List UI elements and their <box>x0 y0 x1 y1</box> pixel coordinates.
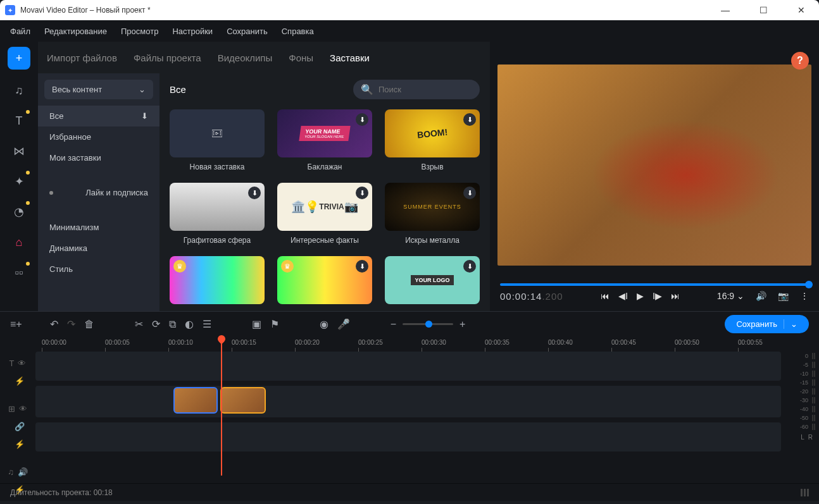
download-icon: ⬇ <box>141 111 148 121</box>
menu-edit[interactable]: Редактирование <box>44 27 107 36</box>
intro-trivia[interactable]: 🏛️💡TRIVIA📷⬇ Интересные факты <box>277 183 372 245</box>
add-track-icon[interactable]: ≡+ <box>10 319 22 330</box>
minimize-button[interactable]: — <box>713 5 738 15</box>
crop-icon[interactable]: ⧉ <box>169 319 176 330</box>
add-media-button[interactable]: + <box>8 47 30 70</box>
rotate-icon[interactable]: ⟳ <box>152 318 160 330</box>
playhead[interactable] <box>221 336 222 476</box>
intro-new[interactable]: Новая заставка <box>170 109 265 171</box>
dropdown-label: Весь контент <box>52 85 102 94</box>
play-icon[interactable]: ▶ <box>637 291 644 301</box>
delete-icon[interactable]: 🗑 <box>84 319 94 330</box>
zoom-slider[interactable] <box>403 323 453 325</box>
intro-explosion[interactable]: BOOM!⬇ Взрыв <box>385 109 480 171</box>
svg-rect-6 <box>220 134 221 135</box>
filter-all[interactable]: Все ⬇ <box>38 106 159 126</box>
video-clip-1[interactable] <box>173 387 218 414</box>
audio-icon[interactable]: ♫ <box>9 81 28 100</box>
preview-viewport[interactable] <box>497 65 811 266</box>
zoom-out-icon[interactable]: − <box>391 319 396 330</box>
visibility-icon[interactable]: 👁 <box>18 359 26 368</box>
intro-premium-1[interactable]: ♛ <box>170 256 265 304</box>
undo-icon[interactable]: ↶ <box>50 318 58 330</box>
overlay-icon[interactable]: ▣ <box>252 318 261 330</box>
filter-sidebar: Весь контент ⌄ Все ⬇ Избранное Мои заста… <box>38 73 159 311</box>
video-clip-2[interactable] <box>220 387 266 414</box>
zoom-in-icon[interactable]: + <box>460 319 465 330</box>
mic-icon[interactable]: 🎤 <box>337 318 350 330</box>
lock-icon[interactable]: ⚡ <box>15 439 25 449</box>
filter-minimalism[interactable]: Минимализм <box>38 217 159 238</box>
search-input[interactable] <box>378 85 485 94</box>
svg-rect-3 <box>213 134 214 135</box>
webcam-icon[interactable]: ◉ <box>320 318 328 330</box>
intro-label: Графитовая сфера <box>184 236 251 245</box>
marker-icon[interactable]: ⚑ <box>270 318 279 330</box>
tab-intros[interactable]: Заставки <box>330 52 370 63</box>
snapshot-icon[interactable]: 📷 <box>778 291 789 301</box>
adjust-icon[interactable]: ☰ <box>203 318 211 330</box>
intro-graphite[interactable]: ⬇ Графитовая сфера <box>170 183 265 245</box>
seek-slider[interactable] <box>500 283 809 286</box>
shop-icon[interactable]: ⌂ <box>9 233 28 252</box>
filter-favorites[interactable]: Избранное <box>38 126 159 147</box>
step-back-icon[interactable]: ◀Ⅰ <box>618 291 628 301</box>
stickers-icon[interactable]: ◔ <box>9 202 28 221</box>
playback-time: 00:00:14.200 <box>500 291 563 302</box>
step-forward-icon[interactable]: Ⅰ▶ <box>653 291 662 301</box>
filmstrip-icon <box>212 128 222 138</box>
mute-icon[interactable]: 🔊 <box>18 467 28 477</box>
download-icon: ⬇ <box>356 113 368 126</box>
tab-videoclips[interactable]: Видеоклипы <box>218 52 273 63</box>
tab-project-files[interactable]: Файлы проекта <box>134 52 201 63</box>
filter-dynamics[interactable]: Динамика <box>38 238 159 259</box>
menu-save[interactable]: Сохранить <box>227 27 268 36</box>
close-button[interactable]: ✕ <box>789 5 814 15</box>
tab-backgrounds[interactable]: Фоны <box>289 52 313 63</box>
zoom-control[interactable]: − + <box>391 319 466 330</box>
more-tools-icon[interactable]: ▫▫ <box>9 263 28 282</box>
audio-track-icon[interactable]: ♫ <box>8 467 14 477</box>
intro-eggplant[interactable]: YOUR NAMEYOUR SLOGAN HERE⬇ Баклажан <box>277 109 372 171</box>
content-filter-dropdown[interactable]: Весь контент ⌄ <box>44 80 153 99</box>
download-icon: ⬇ <box>463 187 476 199</box>
lock-icon[interactable]: ⚡ <box>15 376 25 386</box>
more-icon[interactable]: ⋮ <box>800 291 809 301</box>
volume-icon[interactable]: 🔊 <box>756 291 766 301</box>
intro-premium-2[interactable]: ♛⬇ <box>277 256 372 304</box>
menu-view[interactable]: Просмотр <box>121 27 158 36</box>
menu-settings[interactable]: Настройки <box>172 27 213 36</box>
video-track-icon[interactable]: ⊞ <box>8 404 15 414</box>
redo-icon[interactable]: ↷ <box>67 318 75 330</box>
titles-icon[interactable]: T <box>9 111 28 130</box>
filter-like-subscribe[interactable]: Лайк и подписка <box>38 182 159 203</box>
search-box[interactable]: 🔍 ✕ <box>353 80 480 99</box>
next-clip-icon[interactable]: ⏭ <box>671 291 680 301</box>
visibility-icon[interactable]: 👁 <box>19 404 27 414</box>
prev-clip-icon[interactable]: ⏮ <box>601 291 610 301</box>
view-mode-icon[interactable] <box>801 489 809 496</box>
maximize-button[interactable]: ☐ <box>751 5 776 15</box>
text-track-icon[interactable]: T <box>9 359 15 368</box>
text-track[interactable] <box>35 352 781 381</box>
tab-import[interactable]: Импорт файлов <box>47 52 117 63</box>
transitions-icon[interactable]: ⋈ <box>9 142 28 161</box>
effects-icon[interactable]: ✦ <box>9 172 28 191</box>
link-icon[interactable]: 🔗 <box>15 422 25 431</box>
menu-file[interactable]: Файл <box>10 27 30 36</box>
color-icon[interactable]: ◐ <box>185 318 194 330</box>
filter-my-intros[interactable]: Мои заставки <box>38 147 159 168</box>
aspect-ratio-selector[interactable]: 16:9 ⌄ <box>717 291 744 301</box>
intro-sparks[interactable]: SUMMER EVENTS⬇ Искры металла <box>385 183 480 245</box>
menu-help[interactable]: Справка <box>282 27 314 36</box>
cut-icon[interactable]: ✂ <box>135 318 143 330</box>
audio-track[interactable] <box>35 422 781 452</box>
timeline-ruler[interactable]: 00:00:00 00:00:05 00:00:10 00:00:15 00:0… <box>35 336 781 352</box>
help-button[interactable]: ? <box>791 52 809 70</box>
intro-your-logo[interactable]: YOUR LOGO⬇ <box>385 256 480 304</box>
audio-meters: 0 -5 -10 -15 -20 -30 -40 -50 -60 LR <box>781 336 819 483</box>
video-track[interactable] <box>35 386 781 417</box>
save-button[interactable]: Сохранить ⌄ <box>725 315 809 333</box>
save-dropdown-icon[interactable]: ⌄ <box>784 319 797 329</box>
filter-style[interactable]: Стиль <box>38 259 159 280</box>
